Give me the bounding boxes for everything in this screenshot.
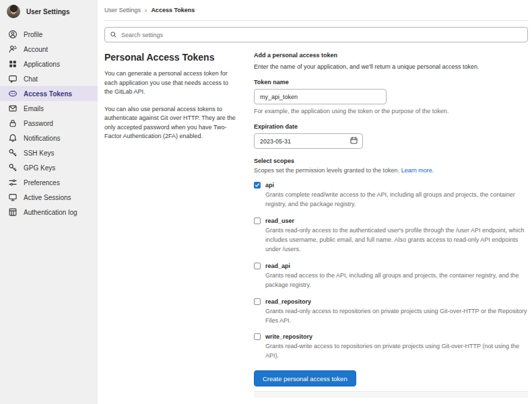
intro-paragraph-2: You can also use personal access tokens …	[104, 105, 236, 141]
sidebar-header: User Settings	[0, 0, 98, 22]
sidebar-item-label: GPG Keys	[24, 164, 55, 172]
token-name-label: Token name	[254, 79, 528, 86]
monitor-icon	[8, 193, 18, 202]
scopes-description-text: Scopes set the permission levels granted…	[254, 167, 399, 174]
scope-read-api: read_api Grants read access to the API, …	[254, 263, 528, 290]
search-settings-box	[104, 27, 528, 42]
sidebar-item-label: Authentication log	[24, 209, 77, 216]
scope-read-repository-description: Grants read-only access to repositories …	[265, 307, 528, 326]
form-section-description: Enter the name of your application, and …	[254, 63, 528, 70]
key-icon	[8, 148, 18, 158]
sidebar-item-label: SSH Keys	[24, 149, 55, 157]
sidebar-item-label: Applications	[24, 61, 60, 68]
select-scopes-description: Scopes set the permission levels granted…	[254, 167, 528, 174]
breadcrumb-user-settings[interactable]: User Settings	[104, 7, 141, 13]
sidebar-item-label: Notifications	[24, 135, 60, 142]
profile-icon	[8, 30, 18, 39]
expiration-date-label: Expiration date	[254, 123, 528, 130]
scope-read-api-name: read_api	[265, 263, 290, 269]
sidebar-item-emails[interactable]: Emails	[0, 101, 98, 116]
sidebar-item-label: Emails	[24, 105, 44, 112]
content-area: User Settings › Access Tokens Personal A…	[98, 0, 532, 404]
sidebar-item-label: Account	[24, 46, 48, 53]
sidebar-item-label: Chat	[24, 75, 38, 83]
expiration-date-input[interactable]	[254, 133, 363, 149]
sidebar-item-gpg-keys[interactable]: GPG Keys	[0, 160, 98, 175]
scope-read-repository-checkbox[interactable]	[254, 298, 261, 305]
scope-read-api-checkbox[interactable]	[254, 263, 261, 269]
sidebar-item-label: Profile	[24, 31, 42, 38]
breadcrumb: User Settings › Access Tokens	[104, 0, 528, 21]
calendar-icon[interactable]	[349, 136, 358, 145]
lock-icon	[8, 119, 18, 128]
token-icon	[8, 89, 18, 98]
select-scopes-label: Select scopes	[254, 158, 528, 164]
scope-write-repository-name: write_repository	[265, 333, 312, 340]
search-input[interactable]	[121, 32, 523, 38]
sidebar-item-ssh-keys[interactable]: SSH Keys	[0, 145, 98, 160]
applications-icon	[8, 59, 18, 69]
intro-column: Personal Access Tokens You can generate …	[104, 50, 236, 398]
create-token-button[interactable]: Create personal access token	[254, 370, 356, 386]
tokens-table-header-band	[254, 391, 528, 398]
sidebar-item-password[interactable]: Password	[0, 116, 98, 131]
token-name-help: For example, the application using the t…	[254, 108, 528, 114]
sidebar-item-label: Active Sessions	[24, 194, 71, 201]
scope-write-repository-checkbox[interactable]	[254, 333, 261, 340]
intro-paragraph-1: You can generate a personal access token…	[104, 69, 236, 97]
account-icon	[8, 44, 18, 54]
chat-icon	[8, 74, 18, 83]
sidebar-item-active-sessions[interactable]: Active Sessions	[0, 190, 98, 205]
breadcrumb-separator-icon: ›	[145, 7, 147, 14]
settings-sidebar: User Settings Profile Account Applicatio…	[0, 0, 98, 404]
log-icon	[8, 207, 18, 217]
bell-icon	[8, 133, 18, 143]
sidebar-item-preferences[interactable]: Preferences	[0, 175, 98, 190]
form-section-title: Add a personal access token	[254, 52, 528, 59]
sidebar-item-profile[interactable]: Profile	[0, 27, 98, 42]
expiration-date-field	[254, 133, 363, 149]
sidebar-item-authentication-log[interactable]: Authentication log	[0, 205, 98, 220]
scope-api: api Grants complete read/write access to…	[254, 182, 528, 209]
scope-write-repository: write_repository Grants read-write acces…	[254, 333, 528, 361]
sidebar-title: User Settings	[26, 8, 69, 15]
scope-api-name: api	[265, 182, 274, 189]
sidebar-item-notifications[interactable]: Notifications	[0, 131, 98, 145]
sidebar-item-access-tokens[interactable]: Access Tokens	[0, 86, 98, 101]
scope-read-repository-name: read_repository	[265, 298, 311, 305]
breadcrumb-access-tokens: Access Tokens	[151, 7, 195, 13]
sliders-icon	[8, 178, 18, 187]
sidebar-item-label: Access Tokens	[24, 90, 72, 98]
scope-api-checkbox[interactable]	[254, 182, 261, 189]
page-title: Personal Access Tokens	[104, 52, 236, 63]
sidebar-nav: Profile Account Applications Chat Access…	[0, 27, 98, 220]
key-icon	[8, 163, 18, 172]
sidebar-item-label: Preferences	[24, 179, 60, 187]
token-name-input[interactable]	[254, 89, 387, 104]
scope-read-user-description: Grants read-only access to the authentic…	[265, 226, 528, 255]
user-avatar[interactable]	[7, 5, 20, 18]
scope-write-repository-description: Grants read-write access to repositories…	[265, 342, 528, 361]
scope-api-description: Grants complete read/write access to the…	[265, 191, 528, 209]
learn-more-link[interactable]: Learn more.	[401, 167, 434, 174]
scope-read-repository: read_repository Grants read-only access …	[254, 298, 528, 326]
scope-read-api-description: Grants read access to the API, including…	[265, 271, 528, 290]
scope-read-user-name: read_user	[265, 217, 294, 224]
sidebar-item-label: Password	[24, 120, 53, 127]
sidebar-item-chat[interactable]: Chat	[0, 71, 98, 86]
email-icon	[8, 104, 18, 113]
scope-read-user-checkbox[interactable]	[254, 217, 261, 224]
sidebar-item-applications[interactable]: Applications	[0, 57, 98, 71]
scope-read-user: read_user Grants read-only access to the…	[254, 217, 528, 255]
search-icon	[110, 31, 117, 38]
token-form: Add a personal access token Enter the na…	[254, 50, 528, 398]
sidebar-item-account[interactable]: Account	[0, 42, 98, 57]
